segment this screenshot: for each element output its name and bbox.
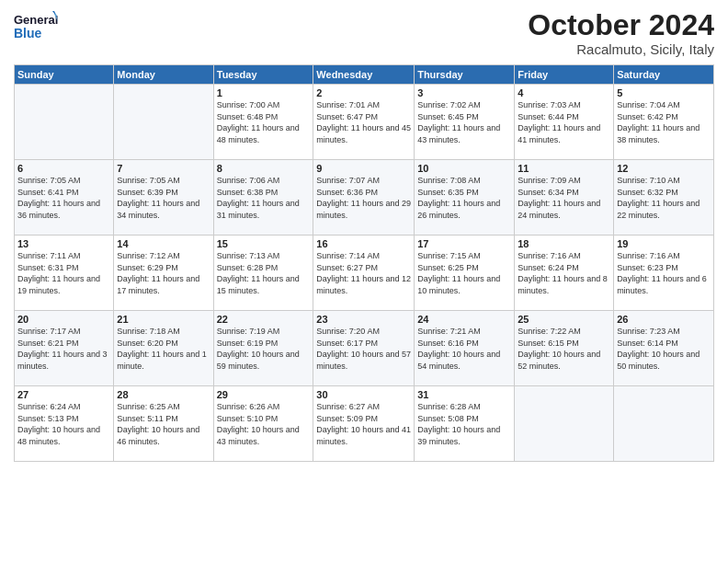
weekday-header: Saturday [614, 65, 714, 85]
day-number: 8 [217, 163, 311, 174]
day-number: 31 [417, 389, 511, 400]
calendar-cell: 4Sunrise: 7:03 AM Sunset: 6:44 PM Daylig… [515, 85, 614, 160]
day-number: 27 [17, 389, 110, 400]
day-number: 15 [217, 238, 311, 249]
day-number: 28 [117, 389, 210, 400]
day-number: 9 [316, 163, 411, 174]
calendar-header-row: SundayMondayTuesdayWednesdayThursdayFrid… [15, 65, 714, 85]
day-info: Sunrise: 7:12 AM Sunset: 6:29 PM Dayligh… [117, 250, 210, 296]
svg-text:General: General [14, 13, 58, 27]
weekday-header: Tuesday [213, 65, 313, 85]
svg-text:Blue: Blue [14, 26, 42, 40]
calendar-cell [515, 386, 614, 462]
calendar-cell [15, 85, 114, 160]
day-info: Sunrise: 7:00 AM Sunset: 6:48 PM Dayligh… [217, 99, 311, 145]
weekday-header: Sunday [15, 65, 114, 85]
calendar-cell: 29Sunrise: 6:26 AM Sunset: 5:10 PM Dayli… [213, 386, 313, 462]
day-number: 1 [217, 87, 311, 98]
header: General Blue October 2024 Racalmuto, Sic… [14, 9, 714, 57]
day-info: Sunrise: 7:13 AM Sunset: 6:28 PM Dayligh… [217, 250, 311, 296]
day-info: Sunrise: 7:18 AM Sunset: 6:20 PM Dayligh… [117, 326, 210, 372]
day-info: Sunrise: 7:17 AM Sunset: 6:21 PM Dayligh… [17, 326, 110, 372]
day-number: 2 [316, 87, 411, 98]
day-info: Sunrise: 7:11 AM Sunset: 6:31 PM Dayligh… [17, 250, 110, 296]
calendar-cell: 13Sunrise: 7:11 AM Sunset: 6:31 PM Dayli… [15, 236, 114, 311]
logo: General Blue [14, 9, 58, 44]
day-number: 3 [417, 87, 511, 98]
calendar-cell: 6Sunrise: 7:05 AM Sunset: 6:41 PM Daylig… [15, 160, 114, 236]
calendar-cell: 1Sunrise: 7:00 AM Sunset: 6:48 PM Daylig… [213, 85, 313, 160]
calendar-cell: 31Sunrise: 6:28 AM Sunset: 5:08 PM Dayli… [415, 386, 515, 462]
calendar-cell: 2Sunrise: 7:01 AM Sunset: 6:47 PM Daylig… [313, 85, 415, 160]
calendar-cell: 30Sunrise: 6:27 AM Sunset: 5:09 PM Dayli… [313, 386, 415, 462]
day-number: 17 [417, 238, 511, 249]
day-info: Sunrise: 7:23 AM Sunset: 6:14 PM Dayligh… [617, 326, 711, 372]
title-block: October 2024 Racalmuto, Sicily, Italy [528, 9, 714, 57]
weekday-header: Wednesday [313, 65, 415, 85]
weekday-header: Friday [515, 65, 614, 85]
calendar-cell: 25Sunrise: 7:22 AM Sunset: 6:15 PM Dayli… [515, 311, 614, 386]
day-info: Sunrise: 7:14 AM Sunset: 6:27 PM Dayligh… [316, 250, 411, 296]
day-info: Sunrise: 7:15 AM Sunset: 6:25 PM Dayligh… [417, 250, 511, 296]
day-info: Sunrise: 6:28 AM Sunset: 5:08 PM Dayligh… [417, 401, 511, 447]
calendar-cell: 9Sunrise: 7:07 AM Sunset: 6:36 PM Daylig… [313, 160, 415, 236]
calendar-cell: 19Sunrise: 7:16 AM Sunset: 6:23 PM Dayli… [614, 236, 714, 311]
day-info: Sunrise: 6:26 AM Sunset: 5:10 PM Dayligh… [217, 401, 311, 447]
day-info: Sunrise: 7:05 AM Sunset: 6:39 PM Dayligh… [117, 175, 210, 221]
day-info: Sunrise: 7:07 AM Sunset: 6:36 PM Dayligh… [316, 175, 411, 221]
day-number: 22 [217, 314, 311, 325]
day-number: 16 [316, 238, 411, 249]
day-number: 18 [518, 238, 610, 249]
day-number: 26 [617, 314, 711, 325]
calendar-cell: 24Sunrise: 7:21 AM Sunset: 6:16 PM Dayli… [415, 311, 515, 386]
day-number: 30 [316, 389, 411, 400]
month-title: October 2024 [528, 9, 714, 41]
location: Racalmuto, Sicily, Italy [528, 41, 714, 57]
calendar-week-row: 20Sunrise: 7:17 AM Sunset: 6:21 PM Dayli… [15, 311, 714, 386]
day-info: Sunrise: 7:04 AM Sunset: 6:42 PM Dayligh… [617, 99, 711, 145]
day-number: 25 [518, 314, 610, 325]
day-info: Sunrise: 7:21 AM Sunset: 6:16 PM Dayligh… [417, 326, 511, 372]
weekday-header: Thursday [415, 65, 515, 85]
calendar-cell: 15Sunrise: 7:13 AM Sunset: 6:28 PM Dayli… [213, 236, 313, 311]
day-info: Sunrise: 7:09 AM Sunset: 6:34 PM Dayligh… [518, 175, 610, 221]
calendar-cell: 28Sunrise: 6:25 AM Sunset: 5:11 PM Dayli… [114, 386, 213, 462]
calendar-cell: 22Sunrise: 7:19 AM Sunset: 6:19 PM Dayli… [213, 311, 313, 386]
calendar-week-row: 13Sunrise: 7:11 AM Sunset: 6:31 PM Dayli… [15, 236, 714, 311]
logo-svg: General Blue [14, 9, 58, 44]
day-number: 11 [518, 163, 610, 174]
day-info: Sunrise: 7:16 AM Sunset: 6:23 PM Dayligh… [617, 250, 711, 296]
calendar-cell: 23Sunrise: 7:20 AM Sunset: 6:17 PM Dayli… [313, 311, 415, 386]
calendar-cell: 3Sunrise: 7:02 AM Sunset: 6:45 PM Daylig… [415, 85, 515, 160]
calendar-cell: 27Sunrise: 6:24 AM Sunset: 5:13 PM Dayli… [15, 386, 114, 462]
day-info: Sunrise: 7:02 AM Sunset: 6:45 PM Dayligh… [417, 99, 511, 145]
calendar-cell: 17Sunrise: 7:15 AM Sunset: 6:25 PM Dayli… [415, 236, 515, 311]
day-number: 7 [117, 163, 210, 174]
day-number: 14 [117, 238, 210, 249]
weekday-header: Monday [114, 65, 213, 85]
day-number: 13 [17, 238, 110, 249]
day-info: Sunrise: 7:20 AM Sunset: 6:17 PM Dayligh… [316, 326, 411, 372]
calendar-cell: 26Sunrise: 7:23 AM Sunset: 6:14 PM Dayli… [614, 311, 714, 386]
day-info: Sunrise: 6:27 AM Sunset: 5:09 PM Dayligh… [316, 401, 411, 447]
calendar-cell: 12Sunrise: 7:10 AM Sunset: 6:32 PM Dayli… [614, 160, 714, 236]
calendar-cell: 11Sunrise: 7:09 AM Sunset: 6:34 PM Dayli… [515, 160, 614, 236]
day-number: 20 [17, 314, 110, 325]
day-number: 21 [117, 314, 210, 325]
calendar-cell: 16Sunrise: 7:14 AM Sunset: 6:27 PM Dayli… [313, 236, 415, 311]
calendar-cell: 10Sunrise: 7:08 AM Sunset: 6:35 PM Dayli… [415, 160, 515, 236]
day-info: Sunrise: 7:03 AM Sunset: 6:44 PM Dayligh… [518, 99, 610, 145]
day-info: Sunrise: 7:19 AM Sunset: 6:19 PM Dayligh… [217, 326, 311, 372]
calendar-cell: 5Sunrise: 7:04 AM Sunset: 6:42 PM Daylig… [614, 85, 714, 160]
day-number: 23 [316, 314, 411, 325]
calendar-cell: 20Sunrise: 7:17 AM Sunset: 6:21 PM Dayli… [15, 311, 114, 386]
day-info: Sunrise: 7:16 AM Sunset: 6:24 PM Dayligh… [518, 250, 610, 296]
calendar-week-row: 1Sunrise: 7:00 AM Sunset: 6:48 PM Daylig… [15, 85, 714, 160]
day-info: Sunrise: 7:05 AM Sunset: 6:41 PM Dayligh… [17, 175, 110, 221]
day-number: 12 [617, 163, 711, 174]
day-number: 4 [518, 87, 610, 98]
day-info: Sunrise: 7:08 AM Sunset: 6:35 PM Dayligh… [417, 175, 511, 221]
day-number: 5 [617, 87, 711, 98]
day-number: 29 [217, 389, 311, 400]
page: General Blue October 2024 Racalmuto, Sic… [0, 0, 728, 563]
